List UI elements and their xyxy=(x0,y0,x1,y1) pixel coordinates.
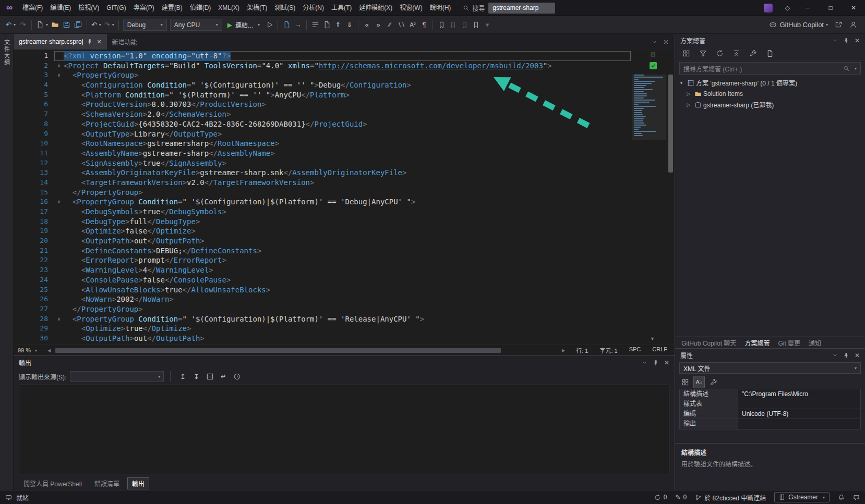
zoom-selector[interactable]: 99 % ▾ xyxy=(14,347,46,353)
scroll-left-icon[interactable]: ◀ xyxy=(46,348,52,353)
property-name[interactable]: 編碼 xyxy=(680,409,738,419)
line-number[interactable]: 4 xyxy=(14,80,54,90)
line-number[interactable]: 25 xyxy=(14,285,54,295)
line-number[interactable]: 28 xyxy=(14,314,54,324)
code-line[interactable]: 26 <NoWarn>2002</NoWarn> xyxy=(14,294,631,304)
next-bookmark-icon[interactable] xyxy=(459,19,470,31)
code-line[interactable]: 20 <OutputPath>out</OutputPath> xyxy=(14,236,631,246)
redo-icon[interactable]: ↷▾ xyxy=(103,19,116,31)
code-line[interactable]: 1<?xml version="1.0" encoding="utf-8"?> xyxy=(14,51,631,61)
bottom-panel-tab[interactable]: 錯誤清單 xyxy=(90,477,124,489)
line-number[interactable]: 1 xyxy=(14,51,54,61)
code-line[interactable]: 6 <ProductVersion>8.0.30703</ProductVers… xyxy=(14,100,631,109)
tree-item[interactable]: ▷Solution Items xyxy=(675,88,865,99)
line-number[interactable]: 9 xyxy=(14,129,54,139)
collapse-all-icon[interactable] xyxy=(730,47,742,60)
pin-icon[interactable] xyxy=(843,38,849,44)
line-number[interactable]: 15 xyxy=(14,188,54,198)
new-file-icon[interactable]: ▾ xyxy=(34,19,50,31)
pending-edits-indicator[interactable]: ✎ 0 xyxy=(676,494,687,501)
menu-item[interactable]: 測試(S) xyxy=(271,2,299,14)
code-line[interactable]: 12 <SignAssembly>true</SignAssembly> xyxy=(14,158,631,168)
horizontal-scrollbar[interactable] xyxy=(53,348,559,353)
line-number[interactable]: 17 xyxy=(14,207,54,217)
scroll-down-icon[interactable]: ▼ xyxy=(650,336,655,341)
code-line[interactable]: 2∨<Project DefaultTargets="Build" ToolsV… xyxy=(14,61,631,71)
file-health-indicator[interactable] xyxy=(650,62,657,69)
code-line[interactable]: 14 <TargetFrameworkVersion>v2.0</TargetF… xyxy=(14,178,631,188)
bottom-panel-tab[interactable]: 開發人員 PowerShell xyxy=(19,477,87,489)
active-files-chevron-icon[interactable] xyxy=(651,39,657,45)
code-line[interactable]: 29 <Optimize>true</Optimize> xyxy=(14,324,631,334)
code-line[interactable]: 19 <Optimize>false</Optimize> xyxy=(14,226,631,236)
property-value[interactable] xyxy=(738,399,860,409)
document-outline-vertical-tab[interactable]: 文件大綱 xyxy=(3,39,11,490)
repository-picker[interactable]: Gstreamer ▾ xyxy=(774,492,830,502)
menu-item[interactable]: 檔案(F) xyxy=(19,2,46,14)
search-icon[interactable] xyxy=(843,65,850,72)
pin-icon[interactable] xyxy=(653,360,659,366)
alphabetical-icon[interactable]: A↓ xyxy=(693,376,705,388)
minimap[interactable] xyxy=(634,75,663,137)
solution-explorer-search[interactable]: 搜尋方案總管 (Ctrl+;) ▾ xyxy=(679,62,861,75)
eol-indicator[interactable]: CRLF xyxy=(652,346,667,354)
property-row[interactable]: 結構描述"C:\Program Files\Micro xyxy=(680,389,860,399)
property-name[interactable]: 輸出 xyxy=(680,419,738,429)
format-document-icon[interactable]: ¶ xyxy=(418,19,430,31)
menu-item[interactable]: 檢視(V) xyxy=(75,2,103,14)
comment-selection-icon[interactable]: ∕∕ xyxy=(384,19,395,31)
font-size-icon[interactable]: A² xyxy=(407,19,418,31)
remote-indicator-icon[interactable] xyxy=(5,494,12,501)
pin-icon[interactable] xyxy=(87,39,93,45)
split-editor-handle-icon[interactable] xyxy=(650,52,656,57)
categorized-icon[interactable] xyxy=(679,376,691,388)
filter-icon[interactable] xyxy=(697,47,708,60)
code-line[interactable]: 13 <AssemblyOriginatorKeyFile>gstreamer-… xyxy=(14,168,631,178)
code-line[interactable]: 23 <WarningLevel>4</WarningLevel> xyxy=(14,265,631,275)
line-number[interactable]: 19 xyxy=(14,226,54,236)
code-line[interactable]: 11 <AssemblyName>gstreamer-sharp</Assemb… xyxy=(14,149,631,158)
clear-all-icon[interactable] xyxy=(204,370,215,383)
decrease-indent-icon[interactable]: « xyxy=(361,19,373,31)
fold-toggle-icon[interactable]: ∨ xyxy=(54,197,64,207)
menu-item[interactable]: 說明(H) xyxy=(426,2,455,14)
code-line[interactable]: 8 <ProjectGuid>{64358320-CAC2-4B22-836C-… xyxy=(14,119,631,129)
live-share-icon[interactable] xyxy=(847,19,859,31)
toolbar-overflow-icon[interactable]: ▾ xyxy=(482,19,493,31)
feedback-diamond-icon[interactable]: ◇ xyxy=(785,4,790,11)
close-icon[interactable]: ✕ xyxy=(855,352,860,359)
sort-descending-icon[interactable]: ⇓ xyxy=(344,19,355,31)
fold-toggle-icon[interactable]: ∨ xyxy=(54,314,64,324)
open-folder-icon[interactable] xyxy=(50,19,61,31)
horizontal-scrollbar-thumb[interactable] xyxy=(55,348,500,353)
line-number[interactable]: 23 xyxy=(14,265,54,275)
sidebar-tab[interactable]: 通知 xyxy=(809,338,821,347)
property-name[interactable]: 結構描述 xyxy=(680,389,738,399)
scroll-right-icon[interactable]: ▶ xyxy=(560,348,567,353)
github-copilot-button[interactable]: GitHub Copilot ▾ xyxy=(767,19,830,31)
code-line[interactable]: 7 <SchemaVersion>2.0</SchemaVersion> xyxy=(14,109,631,119)
code-line[interactable]: 5 <Platform Condition=" '$(Platform)' ==… xyxy=(14,90,631,100)
property-value[interactable]: Unicode (UTF-8) xyxy=(738,409,860,419)
save-icon[interactable] xyxy=(61,19,73,31)
sync-with-active-document-icon[interactable] xyxy=(714,47,725,60)
code-line[interactable]: 17 <DebugSymbols>true</DebugSymbols> xyxy=(14,207,631,217)
line-number[interactable]: 2 xyxy=(14,61,54,71)
space-mode-indicator[interactable]: SPC xyxy=(629,346,641,354)
chevron-collapsed-icon[interactable]: ▷ xyxy=(684,102,693,107)
property-row[interactable]: 輸出 xyxy=(680,419,860,429)
menu-item[interactable]: 偵錯(D) xyxy=(186,2,215,14)
code-line[interactable]: 28∨ <PropertyGroup Condition=" '$(Config… xyxy=(14,314,631,324)
chevron-down-icon[interactable] xyxy=(642,360,647,365)
minimize-button[interactable]: – xyxy=(796,0,819,16)
menu-item[interactable]: 建置(B) xyxy=(158,2,186,14)
line-number[interactable]: 18 xyxy=(14,217,54,227)
start-debugging-button[interactable]: ▶連結...▾ xyxy=(224,19,263,31)
uncomment-selection-icon[interactable]: ∖∖ xyxy=(395,19,407,31)
code-line[interactable]: 3∨ <PropertyGroup> xyxy=(14,70,631,80)
menu-item[interactable]: 編輯(E) xyxy=(46,2,75,14)
line-number[interactable]: 3 xyxy=(14,70,54,80)
file-code-icon[interactable] xyxy=(281,19,292,31)
line-number[interactable]: 11 xyxy=(14,149,54,158)
line-number[interactable]: 6 xyxy=(14,100,54,109)
